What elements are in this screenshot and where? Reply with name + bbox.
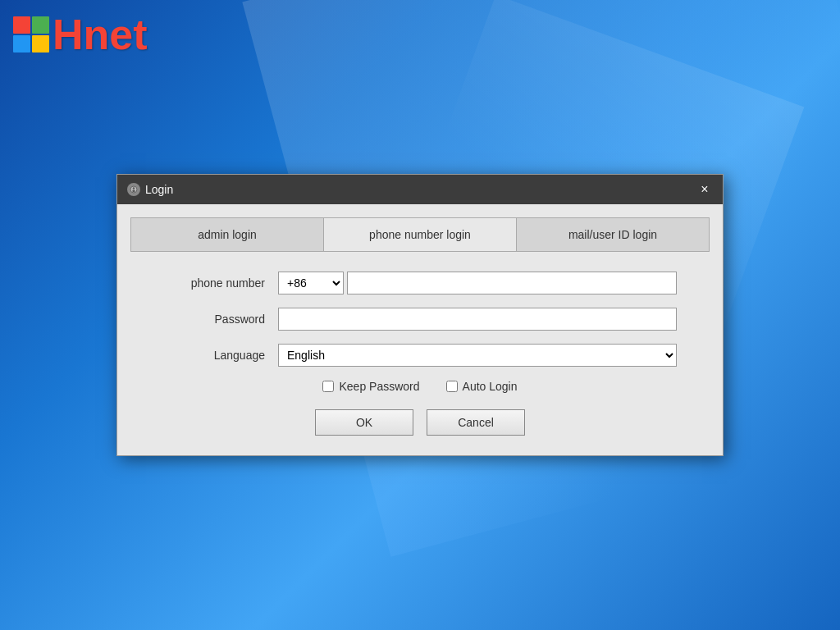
dialog-overlay: Login × admin login phone number login m… [0, 0, 840, 630]
tab-bar: admin login phone number login mail/user… [130, 217, 710, 252]
auto-login-checkbox[interactable] [446, 381, 458, 392]
close-button[interactable]: × [696, 181, 713, 198]
svg-point-1 [133, 187, 135, 189]
auto-login-label: Auto Login [463, 380, 518, 393]
password-input[interactable] [278, 308, 677, 331]
ok-button[interactable]: OK [315, 409, 413, 436]
dialog-titlebar: Login × [117, 175, 723, 204]
cancel-button[interactable]: Cancel [427, 409, 525, 436]
dialog-title: Login [145, 183, 173, 196]
titlebar-left: Login [127, 183, 173, 196]
language-select[interactable]: English 中文 日本語 한국어 [278, 344, 677, 367]
buttons-row: OK Cancel [130, 409, 710, 436]
form-section: phone number +86 +1 +44 +81 Password [130, 272, 710, 367]
tab-phone-login[interactable]: phone number login [324, 218, 517, 251]
password-control [278, 308, 677, 331]
phone-label: phone number [163, 276, 278, 290]
language-label: Language [163, 349, 278, 362]
tab-admin-login[interactable]: admin login [131, 218, 324, 251]
dialog-body: admin login phone number login mail/user… [117, 204, 723, 455]
checkboxes-row: Keep Password Auto Login [130, 380, 710, 393]
keep-password-checkbox-item[interactable]: Keep Password [322, 380, 419, 393]
auto-login-checkbox-item[interactable]: Auto Login [446, 380, 518, 393]
svg-rect-2 [133, 190, 135, 193]
keep-password-label: Keep Password [339, 380, 419, 393]
language-field-row: Language English 中文 日本語 한국어 [163, 344, 677, 367]
phone-input-group: +86 +1 +44 +81 [278, 272, 677, 294]
login-dialog: Login × admin login phone number login m… [116, 174, 724, 456]
dialog-icon [127, 183, 140, 196]
phone-number-input[interactable] [347, 272, 677, 294]
keep-password-checkbox[interactable] [322, 381, 334, 392]
language-control: English 中文 日本語 한국어 [278, 344, 677, 367]
country-code-select[interactable]: +86 +1 +44 +81 [278, 272, 344, 294]
tab-mail-login[interactable]: mail/user ID login [517, 218, 709, 251]
phone-field-row: phone number +86 +1 +44 +81 [163, 272, 677, 294]
password-field-row: Password [163, 308, 677, 331]
password-label: Password [163, 313, 278, 326]
